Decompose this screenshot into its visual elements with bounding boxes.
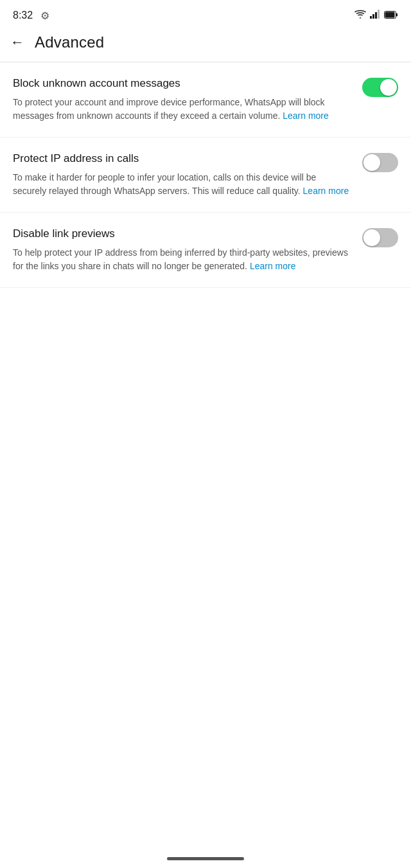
toggle-knob-disable-link-previews [363,229,380,246]
toggle-disable-link-previews[interactable] [362,228,398,247]
setting-item-protect-ip: Protect IP address in calls To make it h… [0,137,411,213]
back-button[interactable]: ← [10,34,24,51]
settings-gear-icon: ⚙ [40,10,49,22]
setting-description-protect-ip: To make it harder for people to infer yo… [13,171,349,198]
toolbar: ← Advanced [0,28,411,62]
status-time: 8:32 [13,10,33,21]
toggle-container-protect-ip [362,153,398,172]
setting-description-block-unknown: To protect your account and improve devi… [13,96,349,123]
svg-rect-5 [385,12,395,18]
setting-title-disable-link-previews: Disable link previews [13,227,349,241]
toggle-knob-block-unknown [380,79,397,96]
setting-desc-text-protect-ip: To make it harder for people to infer yo… [13,172,316,196]
toggle-knob-protect-ip [363,154,380,171]
svg-rect-6 [396,13,398,17]
toggle-protect-ip[interactable] [362,153,398,172]
setting-item-block-unknown: Block unknown account messages To protec… [0,62,411,137]
setting-desc-text-block-unknown: To protect your account and improve devi… [13,97,325,121]
learn-more-link-disable-link-previews[interactable]: Learn more [250,261,296,271]
svg-rect-1 [372,14,374,19]
home-indicator [167,857,244,860]
page-title: Advanced [35,33,104,51]
setting-title-block-unknown: Block unknown account messages [13,76,349,91]
setting-content-disable-link-previews: Disable link previews To help protect yo… [13,227,362,273]
status-icons [354,10,398,21]
settings-list: Block unknown account messages To protec… [0,62,411,288]
setting-content-protect-ip: Protect IP address in calls To make it h… [13,152,362,198]
learn-more-link-protect-ip[interactable]: Learn more [303,186,349,196]
wifi-icon [354,10,366,21]
toggle-container-block-unknown [362,78,398,97]
status-bar: 8:32 ⚙ [0,0,411,28]
toggle-container-disable-link-previews [362,228,398,247]
battery-icon [384,10,398,21]
setting-item-disable-link-previews: Disable link previews To help protect yo… [0,213,411,288]
setting-description-disable-link-previews: To help protect your IP address from bei… [13,246,349,273]
setting-desc-text-disable-link-previews: To help protect your IP address from bei… [13,247,348,271]
svg-rect-0 [370,16,372,19]
svg-rect-2 [375,12,377,19]
signal-icon [370,10,380,21]
svg-rect-3 [378,10,380,19]
learn-more-link-block-unknown[interactable]: Learn more [283,111,329,121]
setting-content-block-unknown: Block unknown account messages To protec… [13,76,362,123]
setting-title-protect-ip: Protect IP address in calls [13,152,349,166]
toggle-block-unknown[interactable] [362,78,398,97]
